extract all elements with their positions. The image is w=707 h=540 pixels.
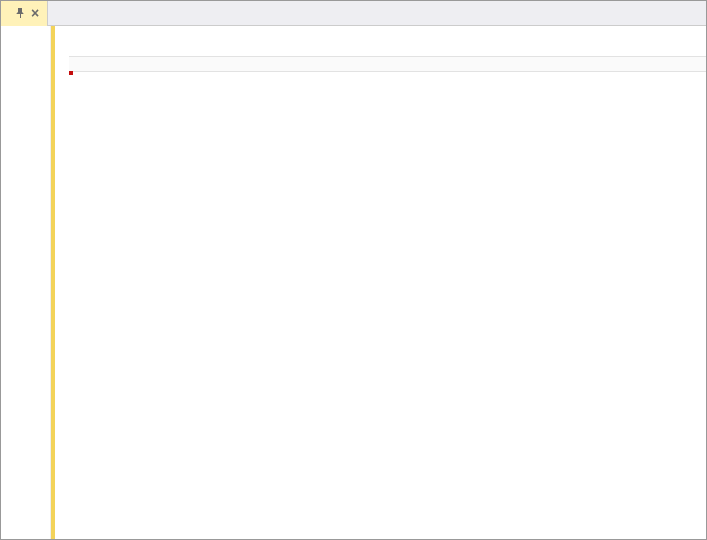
editor-tab[interactable]: ×: [1, 1, 48, 26]
tab-bar: ×: [1, 1, 706, 26]
code-editor[interactable]: [1, 26, 706, 539]
highlight-box: [69, 71, 73, 75]
close-icon[interactable]: ×: [31, 6, 39, 20]
code-area[interactable]: [69, 26, 706, 539]
fold-gutter: [55, 26, 69, 539]
line-number-gutter: [1, 26, 51, 539]
current-line-highlight: [69, 56, 706, 72]
pin-icon[interactable]: [15, 8, 25, 18]
